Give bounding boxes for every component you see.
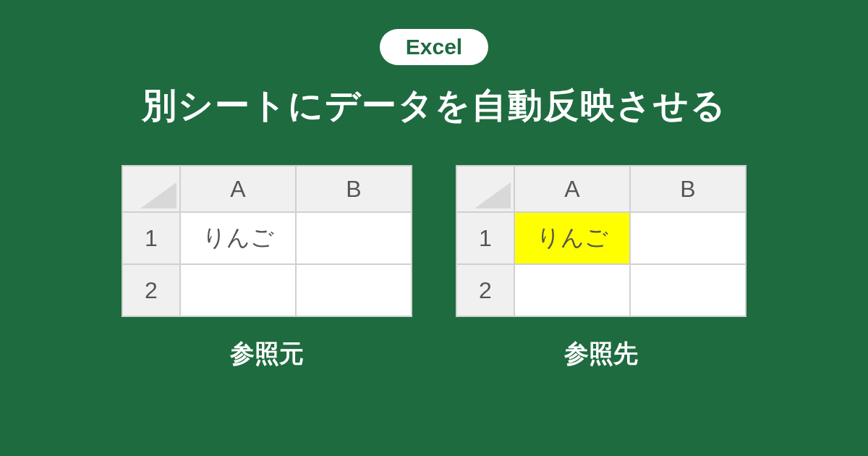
table-row: 2 (456, 264, 746, 316)
table-row: 1 りんご (122, 212, 412, 264)
cell-b1[interactable] (630, 212, 746, 264)
cell-a1-highlighted[interactable]: りんご (514, 212, 630, 264)
page-title: 別シートにデータを自動反映させる (142, 83, 727, 129)
row-header-1[interactable]: 1 (456, 212, 514, 264)
table-header-row: A B (456, 166, 746, 212)
app-badge: Excel (380, 29, 488, 65)
table-row: 1 りんご (456, 212, 746, 264)
column-header-a[interactable]: A (180, 166, 296, 212)
select-all-corner[interactable] (122, 166, 180, 212)
table-header-row: A B (122, 166, 412, 212)
cell-b1[interactable] (296, 212, 412, 264)
source-table-label: 参照元 (230, 337, 304, 371)
tables-container: A B 1 りんご 2 参照元 A B 1 (122, 165, 746, 371)
cell-b2[interactable] (296, 264, 412, 316)
cell-a1[interactable]: りんご (180, 212, 296, 264)
select-all-corner[interactable] (456, 166, 514, 212)
row-header-1[interactable]: 1 (122, 212, 180, 264)
source-table-wrapper: A B 1 りんご 2 参照元 (122, 165, 412, 371)
cell-a2[interactable] (180, 264, 296, 316)
column-header-b[interactable]: B (630, 166, 746, 212)
row-header-2[interactable]: 2 (456, 264, 514, 316)
destination-table-wrapper: A B 1 りんご 2 参照先 (456, 165, 746, 371)
column-header-a[interactable]: A (514, 166, 630, 212)
destination-sheet-table: A B 1 りんご 2 (456, 165, 746, 317)
cell-b2[interactable] (630, 264, 746, 316)
table-row: 2 (122, 264, 412, 316)
cell-a2[interactable] (514, 264, 630, 316)
row-header-2[interactable]: 2 (122, 264, 180, 316)
column-header-b[interactable]: B (296, 166, 412, 212)
source-sheet-table: A B 1 りんご 2 (122, 165, 412, 317)
destination-table-label: 参照先 (564, 337, 638, 371)
